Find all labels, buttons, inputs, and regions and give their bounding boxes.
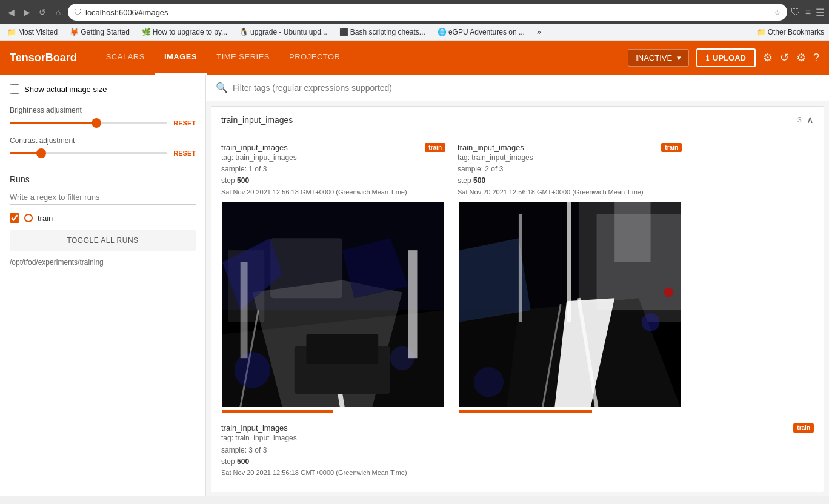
bookmark-egpu[interactable]: 🌐 eGPU Adventures on ...: [435, 27, 527, 38]
brightness-thumb[interactable]: [92, 118, 101, 128]
star-icon[interactable]: ☆: [774, 8, 781, 17]
image-card-2: train_input_images train tag: train_inpu…: [458, 143, 682, 414]
settings-icon[interactable]: ⚙: [796, 51, 806, 64]
show-size-checkbox[interactable]: [10, 84, 19, 94]
nav-projector[interactable]: PROJECTOR: [279, 41, 350, 75]
refresh-icon[interactable]: ↺: [780, 51, 789, 64]
brightness-fill: [10, 122, 96, 124]
forward-button[interactable]: ▶: [21, 6, 33, 18]
filter-input[interactable]: [233, 83, 819, 93]
settings-gear-icon[interactable]: ⚙: [763, 51, 773, 64]
url-text: localhost:6006/#images: [85, 8, 168, 17]
run-item-train: train: [10, 213, 196, 223]
folder-icon-other: 📁: [757, 28, 766, 36]
brightness-reset-button[interactable]: RESET: [173, 119, 196, 127]
brightness-slider[interactable]: [10, 122, 167, 124]
card-2-badge: train: [661, 143, 682, 152]
contrast-slider-row: RESET: [10, 150, 196, 157]
contrast-reset-button[interactable]: RESET: [173, 150, 196, 157]
bookmark-getting-started[interactable]: 🦊 Getting Started: [67, 27, 132, 38]
card-2-title: train_input_images train: [458, 143, 682, 152]
firefox-icon: 🦊: [70, 28, 79, 36]
svg-rect-27: [519, 214, 522, 322]
card-2-step: 500: [473, 176, 485, 185]
toggle-all-runs-button[interactable]: TOGGLE ALL RUNS: [10, 230, 196, 251]
home-button[interactable]: ⌂: [52, 6, 64, 18]
brightness-section: Brightness adjustment RESET: [10, 106, 196, 127]
runs-label: Runs: [10, 174, 196, 184]
bookmark-more[interactable]: »: [534, 27, 544, 38]
image-card-3: train_input_images train tag: train_inpu…: [221, 423, 814, 478]
svg-rect-11: [306, 334, 378, 364]
globe-icon: 🌐: [438, 28, 447, 36]
bash-icon: ⬛: [339, 28, 348, 36]
nav-scalars[interactable]: SCALARS: [96, 41, 155, 75]
folder-icon: 📁: [7, 28, 16, 36]
card-3-title: train_input_images train: [221, 423, 814, 433]
card-3-container: train_input_images train tag: train_inpu…: [211, 423, 824, 491]
experiment-path: /opt/tfod/experiments/training: [10, 258, 196, 267]
snake-icon: 🌿: [142, 28, 151, 36]
extensions-icon[interactable]: 🛡: [791, 7, 801, 18]
svg-rect-4: [270, 239, 342, 299]
bars-icon[interactable]: ≡: [805, 7, 811, 18]
nav-images[interactable]: IMAGES: [155, 41, 207, 75]
collapse-button[interactable]: ∧: [807, 114, 814, 125]
bookmark-most-visited[interactable]: 📁 Most Visited: [5, 27, 60, 38]
runs-filter-input[interactable]: [10, 190, 196, 205]
card-1-image-wrapper[interactable]: [221, 201, 445, 414]
brightness-label: Brightness adjustment: [10, 106, 196, 114]
main-layout: Show actual image size Brightness adjust…: [0, 75, 829, 496]
section-header: train_input_images 3 ∧: [211, 107, 824, 133]
filter-bar: 🔍: [206, 75, 829, 101]
help-icon[interactable]: ?: [813, 51, 819, 64]
bookmark-upgrade-py[interactable]: 🌿 How to upgrade to py...: [139, 27, 230, 38]
app: TensorBoard SCALARS IMAGES TIME SERIES P…: [0, 41, 829, 496]
card-1-title: train_input_images train: [221, 143, 445, 152]
ubuntu-icon: 🐧: [239, 28, 248, 36]
svg-rect-14: [408, 250, 418, 358]
runs-section: Runs train TOGGLE ALL RUNS /opt/tfod/exp…: [10, 174, 196, 267]
browser-toolbar: ◀ ▶ ↺ ⌂ 🛡 localhost:6006/#images ☆ 🛡 ≡ ☰: [0, 0, 829, 24]
run-color-circle-train[interactable]: [24, 214, 33, 222]
contrast-slider[interactable]: [10, 152, 167, 154]
upload-button[interactable]: ℹ UPLOAD: [696, 48, 756, 67]
show-size-row: Show actual image size: [10, 84, 196, 94]
section-count: 3: [797, 115, 802, 124]
other-bookmarks[interactable]: 📁 Other Bookmarks: [757, 28, 824, 36]
card-3-step: 500: [237, 457, 249, 466]
card-2-meta: tag: train_input_images sample: 2 of 3 s…: [458, 152, 682, 197]
card-2-image-wrapper[interactable]: [458, 201, 682, 414]
card-1-meta: tag: train_input_images sample: 1 of 3 s…: [221, 152, 445, 197]
bookmark-bash-scripting[interactable]: ⬛ Bash scripting cheats...: [337, 27, 428, 38]
svg-point-30: [474, 367, 504, 397]
tensorboard-header: TensorBoard SCALARS IMAGES TIME SERIES P…: [0, 41, 829, 75]
dropdown-chevron-icon: ▾: [677, 53, 681, 62]
section-title: train_input_images: [221, 115, 797, 125]
address-bar[interactable]: 🛡 localhost:6006/#images ☆: [68, 4, 787, 21]
contrast-thumb[interactable]: [36, 148, 46, 158]
menu-icon[interactable]: ☰: [816, 7, 824, 18]
svg-point-29: [642, 313, 660, 331]
svg-rect-15: [241, 262, 248, 358]
search-icon: 🔍: [216, 82, 228, 93]
divider: [10, 167, 196, 167]
upload-info-icon: ℹ: [706, 53, 709, 62]
svg-rect-26: [567, 202, 571, 322]
header-right: INACTIVE ▾ ℹ UPLOAD ⚙ ↺ ⚙ ?: [628, 48, 819, 67]
inactive-dropdown[interactable]: INACTIVE ▾: [628, 49, 689, 67]
run-checkbox-train[interactable]: [10, 213, 19, 223]
browser-actions: 🛡 ≡ ☰: [791, 7, 824, 18]
card-1-progress: [222, 410, 333, 413]
svg-point-28: [664, 288, 673, 297]
card-3-badge: train: [793, 423, 814, 433]
nav-time-series[interactable]: TIME SERIES: [207, 41, 279, 75]
contrast-label: Contrast adjustment: [10, 136, 196, 145]
run-name-train: train: [38, 214, 53, 223]
card-1-header: train_input_images train tag: train_inpu…: [221, 143, 445, 197]
back-button[interactable]: ◀: [5, 6, 17, 18]
bookmark-upgrade-ubuntu[interactable]: 🐧 upgrade - Ubuntu upd...: [237, 27, 330, 38]
top-nav: SCALARS IMAGES TIME SERIES PROJECTOR: [96, 41, 350, 75]
card-2-image: [459, 202, 681, 407]
reload-button[interactable]: ↺: [36, 6, 48, 18]
